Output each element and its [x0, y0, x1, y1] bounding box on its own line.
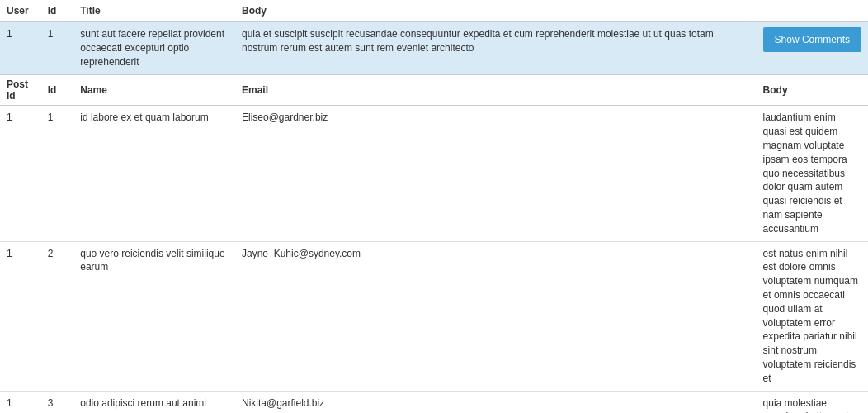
- posts-table-header: User Id Title Body: [0, 0, 868, 22]
- comment-email: Nikita@garfield.biz: [235, 391, 757, 413]
- comment-body: laudantium enim quasi est quidem magnam …: [757, 106, 868, 241]
- header-user: User: [0, 0, 41, 22]
- post-title: sunt aut facere repellat provident occae…: [73, 22, 235, 75]
- comment-id: 2: [41, 241, 74, 391]
- comments-header-name: Name: [73, 74, 235, 106]
- header-action: [757, 0, 868, 22]
- header-body: Body: [235, 0, 757, 22]
- post-id: 1: [41, 22, 74, 75]
- comment-id: 3: [41, 391, 74, 413]
- show-comments-button-1[interactable]: Show Comments: [763, 27, 861, 52]
- comments-header-id: Id: [41, 74, 74, 106]
- comment-name: quo vero reiciendis velit similique earu…: [73, 241, 235, 391]
- posts-table: User Id Title Body 1 1 sunt aut facere r…: [0, 0, 868, 413]
- main-table-wrapper: User Id Title Body 1 1 sunt aut facere r…: [0, 0, 868, 413]
- comment-row: 1 2 quo vero reiciendis velit similique …: [0, 241, 868, 391]
- comments-header-postid: Post Id: [0, 74, 41, 106]
- comment-postid: 1: [0, 391, 41, 413]
- comment-name: id labore ex et quam laborum: [73, 106, 235, 241]
- comments-header-1: Post Id Id Name Email Body: [0, 74, 868, 106]
- comment-postid: 1: [0, 106, 41, 241]
- comment-id: 1: [41, 106, 74, 241]
- post-body: quia et suscipit suscipit recusandae con…: [235, 22, 757, 75]
- comment-row: 1 3 odio adipisci rerum aut animi Nikita…: [0, 391, 868, 413]
- comment-email: Eliseo@gardner.biz: [235, 106, 757, 241]
- header-title: Title: [73, 0, 235, 22]
- comment-postid: 1: [0, 241, 41, 391]
- comment-row: 1 1 id labore ex et quam laborum Eliseo@…: [0, 106, 868, 241]
- header-id: Id: [41, 0, 74, 22]
- comment-body: quia molestiae reprehenderit quasi asper…: [757, 391, 868, 413]
- post-user: 1: [0, 22, 41, 75]
- comment-body: est natus enim nihil est dolore omnis vo…: [757, 241, 868, 391]
- post-row-1: 1 1 sunt aut facere repellat provident o…: [0, 22, 868, 75]
- comments-header-email: Email: [235, 74, 757, 106]
- comment-email: Jayne_Kuhic@sydney.com: [235, 241, 757, 391]
- post-action[interactable]: Show Comments: [757, 22, 868, 75]
- comments-header-body: Body: [757, 74, 868, 106]
- comment-name: odio adipisci rerum aut animi: [73, 391, 235, 413]
